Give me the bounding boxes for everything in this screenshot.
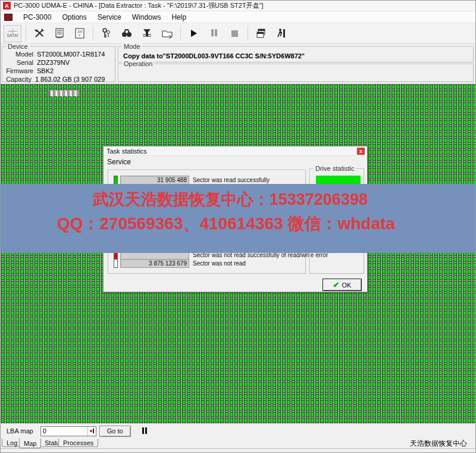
- mode-group-title: Mode: [122, 43, 142, 50]
- start-button[interactable]: [185, 25, 203, 42]
- pause-button[interactable]: [205, 25, 223, 42]
- device-firmware-row: Firmware SBK2: [2, 67, 115, 75]
- save-map-button[interactable]: [158, 25, 176, 42]
- binoculars-icon: [121, 27, 133, 39]
- stat-row-read-ok: 31 905 488 Sector was read successfully: [114, 175, 270, 185]
- status-strip: [1, 448, 476, 453]
- script-button[interactable]: [51, 25, 68, 42]
- stat-row-not-read: 3 875 123 679 Sector was not read: [114, 258, 246, 268]
- tab-processes[interactable]: Processes: [58, 439, 98, 447]
- lba-dropdown-icon[interactable]: [87, 427, 96, 436]
- device-group-title: Device: [6, 43, 30, 50]
- white-swatch-icon: [114, 259, 118, 268]
- sector-map-read-cells: [49, 90, 79, 96]
- stop-button[interactable]: [226, 25, 243, 42]
- menu-help[interactable]: Help: [171, 13, 186, 21]
- pause-icon: [211, 28, 218, 39]
- keys-button[interactable]: [98, 25, 115, 42]
- dialog-menu-service[interactable]: Service: [107, 158, 131, 166]
- watermark-band: 武汉天浩数据恢复中心：15337206398 QQ：270569363、4106…: [1, 184, 476, 253]
- exit-task-button[interactable]: [273, 25, 290, 42]
- menu-bar: PC-3000 Options Service Windows Help: [1, 11, 476, 23]
- menu-windows[interactable]: Windows: [132, 13, 161, 21]
- watermark-line2: QQ：270569363、410614363 微信：whdata: [57, 213, 395, 235]
- filter-button[interactable]: [138, 25, 156, 42]
- bottom-tab-bar: Log Map Status Processes 天浩数据恢复中心: [1, 438, 476, 448]
- cascade-windows-button[interactable]: [252, 25, 270, 42]
- funnel-icon: [141, 27, 153, 39]
- script-icon: [54, 27, 65, 39]
- toolbar-separator: [26, 26, 26, 41]
- sata-icon: ─┼─: [8, 29, 17, 33]
- tab-map[interactable]: Map: [19, 438, 41, 448]
- operation-group: Operation: [118, 64, 474, 82]
- cascade-windows-icon: [255, 27, 267, 39]
- status-bar-text: 天浩数据恢复中心: [410, 439, 467, 449]
- check-icon: ✔: [333, 281, 340, 289]
- tools-icon: [33, 27, 45, 39]
- watermark-line1: 武汉天浩数据恢复中心：15337206398: [93, 189, 368, 210]
- device-model-row: Model ST2000LM007-1R8174: [2, 51, 115, 58]
- lba-bar: LBA map 0 Go to: [1, 423, 476, 438]
- running-man-icon: [275, 27, 287, 39]
- device-serial-row: Serial ZDZ379NV: [2, 59, 115, 67]
- pc3000-window: A PC-3000 UDMA-E - CHINA - [Data Extract…: [0, 0, 476, 453]
- menu-pc3000[interactable]: PC-3000: [23, 13, 51, 21]
- toolbar-separator: [93, 26, 93, 41]
- lba-value[interactable]: 0: [41, 427, 87, 435]
- play-icon: [191, 30, 197, 37]
- toolbar-separator: [248, 26, 248, 41]
- operation-group-title: Operation: [122, 60, 154, 67]
- mode-group: Mode Copy data to"ST2000DL003-9VT166 CC3…: [118, 46, 474, 63]
- utility-tools-button[interactable]: [30, 25, 48, 42]
- stat-count-bar: 31 905 488: [120, 176, 189, 185]
- sata-port-button[interactable]: ─┼─ SATAI: [4, 25, 21, 42]
- search-button[interactable]: [118, 25, 136, 42]
- document-100v-icon: 100V.: [74, 27, 86, 39]
- window-title: PC-3000 UDMA-E - CHINA - [Data Extractor…: [14, 1, 264, 10]
- drive-statistic-title: Drive statistic: [314, 165, 356, 172]
- dialog-title-bar[interactable]: Task statistics x: [104, 146, 367, 156]
- ok-button[interactable]: ✔ OK: [322, 279, 362, 291]
- ok-button-label: OK: [342, 282, 352, 289]
- pc3000-menu-icon: [4, 14, 12, 21]
- lba-input[interactable]: 0: [40, 426, 96, 436]
- svg-text:V.: V.: [79, 33, 81, 37]
- ace-logo-icon: A: [3, 2, 11, 10]
- main-toolbar: ─┼─ SATAI 100V.: [1, 23, 476, 44]
- close-icon[interactable]: x: [357, 148, 365, 155]
- lba-map-label: LBA map: [7, 427, 33, 435]
- stop-icon: [231, 30, 238, 37]
- keys-icon: [101, 27, 112, 39]
- stat-count-bar: 3 875 123 679: [120, 259, 189, 268]
- menu-service[interactable]: Service: [98, 13, 121, 21]
- info-panels: Device Model ST2000LM007-1R8174 Serial Z…: [1, 44, 476, 84]
- title-bar: A PC-3000 UDMA-E - CHINA - [Data Extract…: [1, 1, 476, 11]
- dialog-title: Task statistics: [107, 148, 147, 155]
- firmware-rom-button[interactable]: 100V.: [71, 25, 89, 42]
- map-pause-icon[interactable]: [142, 426, 148, 436]
- toolbar-separator: [180, 26, 181, 41]
- mode-value: Copy data to"ST2000DL003-9VT166 CC3C S/N…: [123, 52, 473, 60]
- menu-options[interactable]: Options: [62, 13, 86, 21]
- green-swatch-icon: [114, 176, 118, 185]
- goto-button[interactable]: Go to: [99, 426, 131, 437]
- device-group: Device Model ST2000LM007-1R8174 Serial Z…: [2, 46, 115, 82]
- folder-icon: [161, 27, 173, 39]
